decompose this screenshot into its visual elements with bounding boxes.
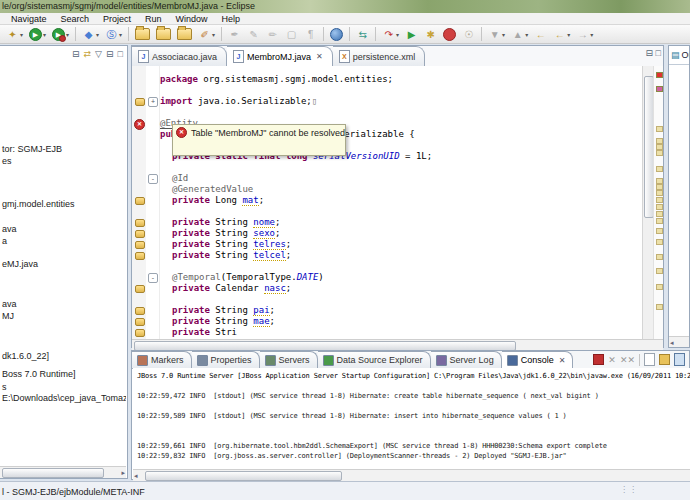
link-with-editor-icon[interactable]: ⇄	[84, 48, 92, 60]
annotation-mark[interactable]	[656, 166, 663, 172]
close-tab-icon[interactable]: ✕	[559, 356, 566, 365]
dropdown-arrow-icon[interactable]: ▾	[590, 31, 593, 38]
new-wizard-button[interactable]: ✦▾	[4, 26, 25, 42]
editor-horizontal-scrollbar[interactable]	[132, 339, 663, 350]
annotation-mark[interactable]	[656, 72, 663, 78]
dropdown-arrow-icon[interactable]: ▾	[119, 31, 122, 38]
back-button[interactable]: ←	[532, 26, 549, 42]
fold-toggle-icon[interactable]: -	[148, 174, 158, 184]
tree-item[interactable]: es	[2, 156, 12, 166]
annotation-mark[interactable]	[656, 254, 663, 260]
new-java-ee-button[interactable]: ◆▾	[80, 26, 101, 42]
console-horizontal-scrollbar[interactable]: ◂	[133, 469, 690, 481]
web-browser-button[interactable]: Ⓢ▾	[103, 26, 124, 42]
view-tab-servers[interactable]: Servers	[260, 351, 318, 368]
dropdown-arrow-icon[interactable]: ▾	[396, 31, 399, 38]
dropdown-arrow-icon[interactable]: ▾	[502, 31, 505, 38]
scrollbar-thumb[interactable]	[2, 468, 104, 478]
tree-item[interactable]: eMJ.java	[2, 259, 38, 269]
forward-button[interactable]: →▾	[574, 26, 595, 42]
annotation-mark[interactable]	[656, 218, 663, 224]
minimize-editor-icon[interactable]: ⊟	[646, 48, 654, 58]
tree-item[interactable]: ava	[2, 299, 17, 309]
maximize-editor-icon[interactable]: □	[656, 48, 661, 58]
editor-tab-persistence.xml[interactable]: Xpersistence.xml	[333, 46, 426, 66]
menu-item-help[interactable]: Help	[215, 14, 248, 24]
scrollbar-thumb[interactable]	[145, 471, 342, 481]
prev-annotation-button[interactable]: ▲▾	[509, 26, 530, 42]
view-tab-markers[interactable]: Markers	[132, 351, 192, 368]
dropdown-arrow-icon[interactable]: ▾	[20, 31, 23, 38]
dropdown-arrow-icon[interactable]: ▾	[212, 31, 215, 38]
tree-item[interactable]: E:\Downloads\cep_java_Tomaz_Lav	[2, 393, 126, 403]
editor-tab-associacao.java[interactable]: JAssociacao.java	[132, 46, 227, 66]
format-button[interactable]: ✏	[264, 26, 281, 42]
tree-item[interactable]: dk1.6.0_22]	[2, 351, 49, 361]
dropdown-arrow-icon[interactable]: ▾	[525, 31, 528, 38]
remove-launch-icon[interactable]: ✕	[608, 354, 616, 366]
annotation-mark[interactable]	[656, 268, 663, 274]
menu-item-project[interactable]: Project	[96, 14, 138, 24]
tree-item[interactable]: s	[2, 382, 7, 392]
console-output[interactable]: JBoss 7.0 Runtime Server [JBoss Applicat…	[133, 368, 690, 472]
collapse-all-icon[interactable]: ⊟	[72, 48, 80, 60]
menu-item-search[interactable]: Search	[54, 14, 97, 24]
view-tab-properties[interactable]: Properties	[192, 351, 260, 368]
close-tab-icon[interactable]: ✕	[316, 52, 323, 61]
view-menu-icon[interactable]: ▽	[95, 48, 102, 60]
annotation-mark[interactable]	[656, 126, 663, 132]
annotation-mark[interactable]	[656, 211, 663, 217]
maximize-view-icon[interactable]: □	[118, 48, 123, 60]
block-selection-button[interactable]: ▢	[283, 26, 300, 42]
edit-mode-button[interactable]: ✎	[245, 26, 262, 42]
profile-button[interactable]: ☉	[460, 26, 477, 42]
terminate-icon[interactable]	[593, 354, 604, 365]
outline-header[interactable]: ▤ Out	[669, 46, 689, 65]
tree-item[interactable]: ava	[2, 224, 17, 234]
show-whitespace-button[interactable]: ✒	[226, 26, 243, 42]
run-server-button[interactable]: ▶	[403, 26, 420, 42]
remove-all-launches-icon[interactable]: ✕✕	[620, 354, 635, 366]
menu-item-run[interactable]: Run	[138, 14, 169, 24]
mark-occurrences-button[interactable]: ✐▾	[196, 26, 217, 42]
dropdown-arrow-icon[interactable]: ▾	[96, 31, 99, 38]
last-edit-location-button[interactable]: ↷▾	[380, 26, 401, 42]
scroll-left-icon[interactable]: ◂	[134, 470, 138, 481]
annotation-mark[interactable]	[656, 304, 663, 310]
editor-tab-membromj.java[interactable]: JMembroMJ.java✕	[227, 46, 333, 66]
annotation-mark[interactable]	[656, 239, 663, 245]
annotation-mark[interactable]	[656, 86, 663, 92]
annotation-mark[interactable]	[656, 150, 663, 156]
export-button[interactable]	[175, 26, 194, 42]
fold-toggle-icon[interactable]: +	[148, 97, 158, 107]
menu-item-window[interactable]: Window	[169, 14, 215, 24]
annotation-mark[interactable]	[656, 190, 663, 196]
menu-item-navigate[interactable]: Navigate	[4, 14, 54, 24]
java-ee-pages-button[interactable]: ⇆	[354, 26, 371, 42]
tree-item[interactable]: MJ	[2, 311, 14, 321]
open-web-browser-button[interactable]	[328, 26, 345, 42]
run-external-tools-button[interactable]: ▶▾	[50, 26, 71, 42]
pin-console-icon[interactable]	[674, 353, 685, 366]
outline-horizontal-scrollbar[interactable]: ◂	[669, 336, 689, 347]
code-editor[interactable]: ✕ +-- package org.sistemasmj.sgmj.model.…	[132, 66, 663, 339]
dropdown-arrow-icon[interactable]: ▾	[567, 31, 570, 38]
terminate-button[interactable]	[441, 26, 458, 42]
tree-item[interactable]: a	[2, 236, 7, 246]
scroll-right-icon[interactable]: ▸	[121, 467, 125, 478]
show-paragraph-button[interactable]: ¶	[302, 26, 319, 42]
minimize-view-icon[interactable]: ⊟	[106, 48, 114, 60]
view-tab-console[interactable]: Console✕	[502, 351, 574, 368]
overview-ruler[interactable]	[653, 66, 663, 339]
view-tab-server-log[interactable]: Server Log	[431, 351, 502, 368]
back-history-button[interactable]: ←▾	[551, 26, 572, 42]
clear-console-icon[interactable]	[644, 353, 655, 366]
open-resource-button[interactable]	[133, 26, 152, 42]
annotation-mark[interactable]	[656, 197, 663, 203]
explorer-horizontal-scrollbar[interactable]: ▸	[0, 466, 126, 478]
tree-item[interactable]: Boss 7.0 Runtime]	[2, 369, 76, 379]
scroll-lock-icon[interactable]	[659, 354, 670, 365]
dropdown-arrow-icon[interactable]: ▾	[66, 31, 69, 38]
view-tab-data-source-explorer[interactable]: Data Source Explorer	[318, 351, 431, 368]
error-marker-icon[interactable]: ✕	[134, 119, 145, 130]
